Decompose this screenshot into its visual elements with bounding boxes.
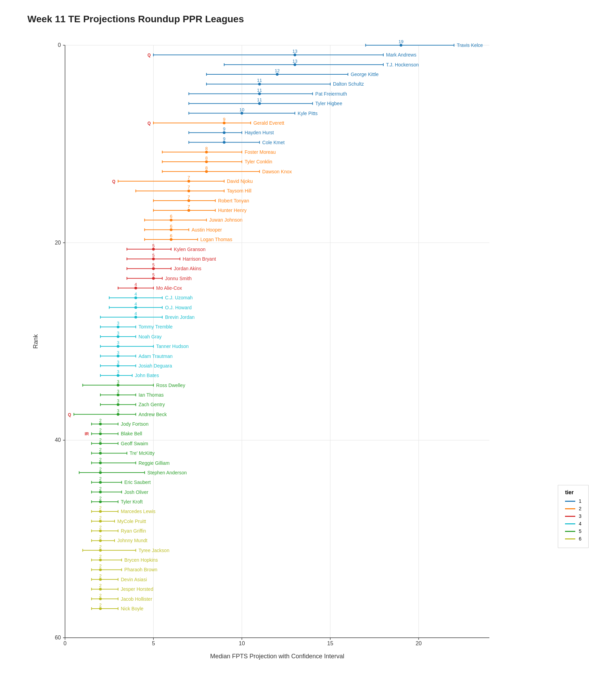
svg-text:4: 4 [134,301,137,307]
svg-point-358 [99,559,102,561]
svg-point-388 [99,607,102,610]
svg-point-370 [99,578,102,581]
svg-point-212 [117,325,119,328]
svg-text:Reggie Gilliam: Reggie Gilliam [139,460,170,466]
svg-point-78 [241,112,243,115]
legend-item: 4 [565,521,581,526]
svg-text:4: 4 [134,282,137,287]
svg-point-128 [188,189,190,192]
svg-text:Nick Boyle: Nick Boyle [121,606,143,611]
svg-text:9: 9 [223,136,225,141]
svg-text:George Kittle: George Kittle [351,72,379,77]
svg-point-66 [258,92,261,95]
svg-text:Andrew Beck: Andrew Beck [139,412,167,417]
svg-text:Ross Dwelley: Ross Dwelley [156,383,185,388]
svg-text:5: 5 [152,272,155,277]
svg-text:Kylen Granson: Kylen Granson [174,247,206,252]
svg-text:O.J. Howard: O.J. Howard [165,305,192,310]
svg-text:20: 20 [415,640,422,646]
svg-text:Ryan Griffin: Ryan Griffin [121,528,146,534]
legend-item: 3 [565,513,581,519]
svg-text:David Njoku: David Njoku [227,178,253,184]
svg-text:3: 3 [117,369,119,374]
svg-point-188 [134,287,137,289]
svg-text:10: 10 [239,640,245,646]
svg-text:Josh Oliver: Josh Oliver [124,489,148,495]
svg-text:40: 40 [55,437,61,443]
main-chart-svg: 051015200204060Median FPTS Projection wi… [27,32,595,665]
svg-text:60: 60 [55,635,61,640]
svg-text:Marcedes Lewis: Marcedes Lewis [121,509,155,514]
svg-text:Josiah Deguara: Josiah Deguara [139,363,172,369]
svg-point-334 [99,520,102,523]
svg-text:Eric Saubert: Eric Saubert [124,480,151,485]
svg-text:2: 2 [99,457,102,462]
svg-point-140 [188,209,190,212]
svg-text:2: 2 [99,554,102,559]
svg-text:Kyle Pitts: Kyle Pitts [298,111,318,116]
svg-text:Logan Thomas: Logan Thomas [201,237,232,242]
svg-point-298 [99,462,102,464]
svg-text:Q: Q [147,53,151,58]
svg-text:2: 2 [99,466,102,472]
svg-text:2: 2 [99,602,102,608]
svg-text:3: 3 [117,398,119,403]
svg-text:Jesper Horsted: Jesper Horsted [121,586,153,592]
svg-text:15: 15 [327,640,333,646]
svg-text:Tre' McKitty: Tre' McKitty [130,450,155,456]
svg-text:13: 13 [292,59,297,64]
svg-text:Geoff Swaim: Geoff Swaim [121,441,148,446]
svg-point-152 [170,228,172,231]
svg-point-48 [294,63,296,66]
svg-point-182 [152,277,155,280]
svg-text:2: 2 [99,515,102,520]
svg-text:9: 9 [223,126,225,132]
svg-text:Stephen Anderson: Stephen Anderson [147,470,187,475]
svg-text:Dawson Knox: Dawson Knox [262,169,292,174]
svg-text:13: 13 [292,49,297,54]
chart-title: Week 11 TE Projections Roundup PPR Leagu… [27,14,595,25]
svg-text:2: 2 [99,573,102,578]
svg-text:2: 2 [99,544,102,549]
svg-text:Travis Kelce: Travis Kelce [457,42,483,48]
svg-text:Blake Bell: Blake Bell [121,431,142,436]
svg-point-97 [223,141,226,144]
svg-text:0: 0 [58,42,61,48]
svg-text:2: 2 [99,427,102,433]
svg-text:2: 2 [99,496,102,501]
svg-text:7: 7 [188,175,190,180]
svg-point-72 [258,102,261,105]
svg-text:Cole Kmet: Cole Kmet [262,140,284,145]
svg-text:20: 20 [55,240,61,246]
svg-text:T.J. Hockenson: T.J. Hockenson [386,62,419,67]
svg-point-364 [99,568,102,571]
svg-text:Rank: Rank [32,334,39,349]
svg-point-254 [117,394,119,396]
svg-point-121 [188,180,190,183]
svg-point-328 [99,510,102,513]
svg-point-376 [99,588,102,590]
svg-text:Noah Gray: Noah Gray [139,334,162,339]
svg-point-109 [205,160,208,163]
svg-point-346 [99,539,102,542]
svg-text:Tyler Kroft: Tyler Kroft [121,499,143,505]
svg-point-194 [134,296,137,299]
svg-text:C.J. Uzomah: C.J. Uzomah [165,295,193,300]
svg-text:Devin Asiasi: Devin Asiasi [121,577,147,582]
chart-area: 051015200204060Median FPTS Projection wi… [27,32,595,665]
svg-point-134 [188,199,190,202]
svg-text:Jordan Akins: Jordan Akins [174,266,201,271]
svg-text:MyCole Pruitt: MyCole Pruitt [117,519,146,524]
chart-container: Week 11 TE Projections Roundup PPR Leagu… [0,0,616,685]
svg-text:6: 6 [170,224,172,229]
svg-text:Hayden Hurst: Hayden Hurst [245,130,274,135]
svg-text:Johnny Mundt: Johnny Mundt [117,538,147,543]
svg-text:Pharaoh Brown: Pharaoh Brown [124,567,157,572]
legend-item: 6 [565,536,581,541]
svg-text:Median FPTS Projection with Co: Median FPTS Projection with Confidence I… [210,653,344,660]
svg-text:8: 8 [205,146,208,151]
svg-point-286 [99,442,102,445]
svg-text:Robert Tonyan: Robert Tonyan [218,198,249,203]
svg-text:Juwan Johnson: Juwan Johnson [209,217,242,223]
svg-text:John Bates: John Bates [135,373,159,378]
